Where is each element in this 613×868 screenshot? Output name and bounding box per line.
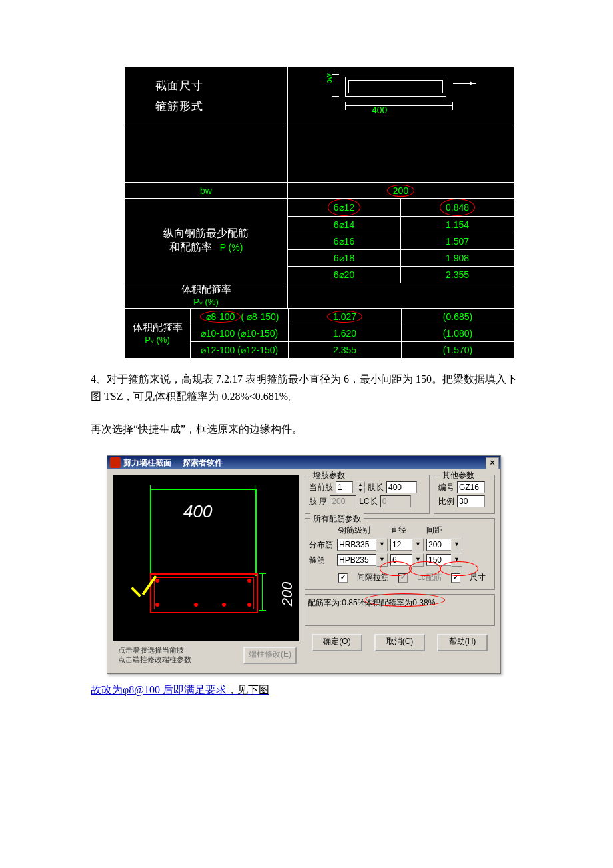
chk-interval-tie[interactable]: ✓ bbox=[338, 573, 348, 583]
bar-6d16: 6⌀16 bbox=[288, 233, 401, 250]
current-limb-input[interactable] bbox=[336, 481, 353, 493]
v-1027: 1.027 bbox=[327, 311, 362, 323]
help-button[interactable]: 帮助(H) bbox=[437, 634, 488, 651]
bar-6d18: 6⌀18 bbox=[288, 250, 401, 267]
preview-dim-400: 400 bbox=[183, 501, 212, 522]
chevron-down-icon: ▼ bbox=[412, 553, 424, 567]
val-0848: 0.848 bbox=[440, 199, 475, 216]
header-section-size: 截面尺寸 bbox=[125, 75, 287, 96]
chevron-down-icon: ▼ bbox=[451, 553, 462, 567]
d8-100: ⌀8-100 bbox=[200, 311, 241, 323]
preview-rect bbox=[150, 573, 258, 613]
col-dia: 直径 bbox=[390, 525, 406, 536]
bar-6d20: 6⌀20 bbox=[288, 267, 401, 283]
v-1620: 1.620 bbox=[289, 325, 402, 342]
bar-6d14: 6⌀14 bbox=[288, 217, 401, 233]
dist-dia-combo[interactable]: ▼ bbox=[390, 538, 424, 551]
fieldset-rebar-params: 所有配筋参数 bbox=[310, 513, 364, 525]
dim-400: 400 bbox=[372, 105, 387, 115]
pv-percent: Pᵥ (%) bbox=[193, 297, 219, 307]
limb-thick-input bbox=[330, 495, 356, 507]
chevron-down-icon: ▼ bbox=[376, 538, 388, 551]
hint-2: 点击端柱修改端柱参数 bbox=[118, 655, 191, 663]
shearwall-dialog: 剪力墙柱截面──探索者软件 × 400 200 点击墙肢选择当前肢 点击端柱修改… bbox=[107, 455, 501, 674]
stir-grade-combo[interactable]: ▼ bbox=[337, 553, 388, 567]
section-preview[interactable]: 400 200 bbox=[113, 475, 299, 641]
d12-100: ⌀12-100 bbox=[201, 345, 235, 355]
end-column-modify-button[interactable]: 端柱修改(E) bbox=[243, 647, 297, 664]
cancel-button[interactable]: 取消(C) bbox=[374, 634, 425, 651]
v-1080: (1.080) bbox=[402, 325, 514, 342]
label-limb-length: 肢长 bbox=[368, 482, 384, 493]
footer-note: 故改为φ8@100 后即满足要求，见下图 bbox=[91, 683, 613, 697]
v-2355b: 2.355 bbox=[289, 342, 402, 359]
code-input[interactable] bbox=[457, 481, 485, 493]
stir-space-combo[interactable]: ▼ bbox=[426, 553, 462, 567]
dialog-title: 剪力墙柱截面──探索者软件 bbox=[123, 456, 484, 469]
longit-text-2: 和配筋率 bbox=[169, 241, 212, 253]
val-1908: 1.908 bbox=[401, 250, 514, 267]
chevron-down-icon: ▼ bbox=[376, 553, 388, 567]
label-code: 编号 bbox=[438, 482, 454, 493]
bw-value: 200 bbox=[387, 185, 414, 197]
vol-ratio-label: 体积配箍率 bbox=[181, 284, 231, 295]
check-icon bbox=[130, 577, 161, 608]
ratio-display: 配筋率为:0.85%体积配箍率为0.38% bbox=[305, 594, 495, 626]
chevron-down-icon: ▼ bbox=[451, 538, 462, 551]
limb-spinner[interactable]: ▲▼ bbox=[356, 481, 365, 493]
chk-dimension[interactable]: ✓ bbox=[451, 573, 460, 583]
val-2355: 2.355 bbox=[401, 267, 514, 283]
header-stirrup-form: 箍筋形式 bbox=[125, 96, 287, 117]
val-1507: 1.507 bbox=[401, 233, 514, 250]
dist-space-combo[interactable]: ▼ bbox=[426, 538, 462, 551]
stir-dia-combo[interactable]: ▼ bbox=[390, 553, 424, 567]
val-1154: 1.154 bbox=[401, 217, 514, 233]
label-dist-bar: 分布筋 bbox=[309, 539, 334, 551]
app-icon bbox=[110, 457, 121, 468]
cad-vol-table: 体积配箍率 Pᵥ (%) ⌀8-100( ⌀8-150) 1.027 (0.68… bbox=[124, 308, 514, 359]
d10-100: ⌀10-100 bbox=[201, 328, 235, 339]
bar-6d12: 6⌀12 bbox=[328, 199, 360, 216]
v-1570: (1.570) bbox=[402, 342, 514, 359]
p-percent: P (%) bbox=[220, 242, 243, 253]
bw-label: bw bbox=[125, 183, 288, 199]
label-limb-thick: 肢 厚 bbox=[309, 496, 327, 507]
footer-link[interactable]: 故改为φ8@100 后即满足要求 bbox=[91, 684, 227, 695]
cad-section-table: 截面尺寸 箍筋形式 bw 400 bw 200 纵向钢筋最少配筋 和配筋率 P … bbox=[124, 67, 514, 309]
dist-grade-combo[interactable]: ▼ bbox=[337, 538, 388, 551]
lc-length-input bbox=[380, 495, 411, 507]
label-lc-length: LC长 bbox=[359, 496, 377, 507]
longit-text-1: 纵向钢筋最少配筋 bbox=[163, 227, 249, 239]
chk-lc-rebar: ✓ bbox=[398, 573, 408, 583]
v-0685: (0.685) bbox=[402, 309, 514, 325]
scale-input[interactable] bbox=[457, 495, 485, 507]
paragraph-4: 4、对于箍筋来说，高规表 7.2.17 表明箍筋最小直径为 6，最小间距为 15… bbox=[91, 371, 517, 405]
limb-length-input[interactable] bbox=[386, 481, 417, 493]
hint-1: 点击墙肢选择当前肢 bbox=[118, 646, 184, 654]
fieldset-other-params: 其他参数 bbox=[440, 470, 477, 481]
arrow-right-icon bbox=[453, 83, 476, 84]
preview-dim-200: 200 bbox=[279, 582, 296, 607]
close-icon[interactable]: × bbox=[486, 457, 499, 469]
ok-button[interactable]: 确定(O) bbox=[312, 634, 362, 651]
titlebar[interactable]: 剪力墙柱截面──探索者软件 × bbox=[107, 456, 500, 469]
paragraph-again: 再次选择“快捷生成”，框选原来的边缘构件。 bbox=[91, 423, 517, 437]
label-scale: 比例 bbox=[438, 496, 454, 507]
label-stirrup: 箍筋 bbox=[309, 555, 334, 566]
section-diagram: bw 400 bbox=[288, 67, 514, 125]
col-grade: 钢筋级别 bbox=[338, 525, 370, 536]
chevron-down-icon: ▼ bbox=[412, 538, 424, 551]
col-space: 间距 bbox=[426, 525, 442, 536]
fieldset-limb-params: 墙肢参数 bbox=[310, 470, 348, 481]
label-current-limb: 当前肢 bbox=[309, 482, 333, 493]
